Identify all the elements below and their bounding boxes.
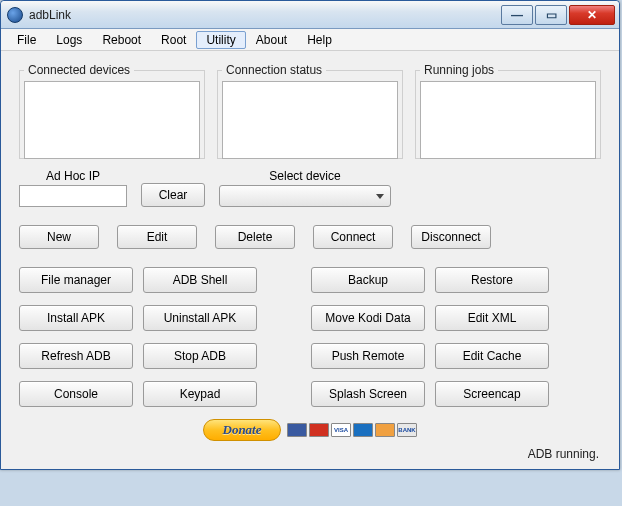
running-jobs-legend: Running jobs: [420, 63, 498, 77]
connected-devices-list[interactable]: [24, 81, 200, 159]
running-jobs-panel: Running jobs: [415, 63, 601, 159]
select-device-dropdown[interactable]: [219, 185, 391, 207]
select-device-label: Select device: [269, 169, 340, 183]
minimize-icon: —: [511, 8, 523, 22]
client-area: Connected devices Connection status Runn…: [1, 51, 619, 469]
menu-help[interactable]: Help: [297, 31, 342, 49]
edit-xml-button[interactable]: Edit XML: [435, 305, 549, 331]
window-title: adbLink: [29, 8, 499, 22]
connected-devices-panel: Connected devices: [19, 63, 205, 159]
menu-file[interactable]: File: [7, 31, 46, 49]
menu-reboot[interactable]: Reboot: [92, 31, 151, 49]
bank-card-icon: BANK: [397, 423, 417, 437]
menubar: FileLogsRebootRootUtilityAboutHelp: [1, 29, 619, 51]
maestro-card-icon: [287, 423, 307, 437]
menu-logs[interactable]: Logs: [46, 31, 92, 49]
menu-utility[interactable]: Utility: [196, 31, 245, 49]
amex-card-icon: [353, 423, 373, 437]
app-icon: [7, 7, 23, 23]
refresh-adb-button[interactable]: Refresh ADB: [19, 343, 133, 369]
minimize-button[interactable]: —: [501, 5, 533, 25]
chevron-down-icon: [376, 194, 384, 199]
close-icon: ✕: [587, 8, 597, 22]
delete-button[interactable]: Delete: [215, 225, 295, 249]
console-button[interactable]: Console: [19, 381, 133, 407]
uninstall-apk-button[interactable]: Uninstall APK: [143, 305, 257, 331]
new-button[interactable]: New: [19, 225, 99, 249]
adb-shell-button[interactable]: ADB Shell: [143, 267, 257, 293]
adhoc-ip-label: Ad Hoc IP: [46, 169, 100, 183]
move-kodi-data-button[interactable]: Move Kodi Data: [311, 305, 425, 331]
restore-button[interactable]: Restore: [435, 267, 549, 293]
status-text: ADB running.: [19, 441, 601, 463]
visa-card-icon: VISA: [331, 423, 351, 437]
payment-card-icons: VISABANK: [287, 423, 417, 437]
connected-devices-legend: Connected devices: [24, 63, 134, 77]
maximize-icon: ▭: [546, 8, 557, 22]
menu-root[interactable]: Root: [151, 31, 196, 49]
backup-button[interactable]: Backup: [311, 267, 425, 293]
app-window: adbLink — ▭ ✕ FileLogsRebootRootUtilityA…: [0, 0, 620, 470]
file-manager-button[interactable]: File manager: [19, 267, 133, 293]
connect-button[interactable]: Connect: [313, 225, 393, 249]
donate-button[interactable]: Donate: [203, 419, 281, 441]
mastercard-card-icon: [309, 423, 329, 437]
menu-about[interactable]: About: [246, 31, 297, 49]
keypad-button[interactable]: Keypad: [143, 381, 257, 407]
close-button[interactable]: ✕: [569, 5, 615, 25]
connection-status-panel: Connection status: [217, 63, 403, 159]
discover-card-icon: [375, 423, 395, 437]
stop-adb-button[interactable]: Stop ADB: [143, 343, 257, 369]
clear-button[interactable]: Clear: [141, 183, 205, 207]
adhoc-ip-input[interactable]: [19, 185, 127, 207]
screencap-button[interactable]: Screencap: [435, 381, 549, 407]
connection-status-legend: Connection status: [222, 63, 326, 77]
edit-cache-button[interactable]: Edit Cache: [435, 343, 549, 369]
edit-button[interactable]: Edit: [117, 225, 197, 249]
disconnect-button[interactable]: Disconnect: [411, 225, 491, 249]
push-remote-button[interactable]: Push Remote: [311, 343, 425, 369]
maximize-button[interactable]: ▭: [535, 5, 567, 25]
window-buttons: — ▭ ✕: [499, 5, 615, 25]
running-jobs-list[interactable]: [420, 81, 596, 159]
splash-screen-button[interactable]: Splash Screen: [311, 381, 425, 407]
titlebar: adbLink — ▭ ✕: [1, 1, 619, 29]
connection-status-list[interactable]: [222, 81, 398, 159]
install-apk-button[interactable]: Install APK: [19, 305, 133, 331]
